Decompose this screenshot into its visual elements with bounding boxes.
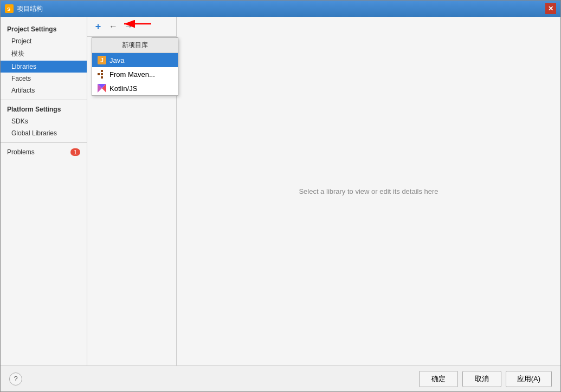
add-icon: + xyxy=(95,21,101,32)
forward-icon: → xyxy=(124,22,133,31)
sidebar-item-project[interactable]: Project xyxy=(1,35,87,47)
sidebar-divider xyxy=(1,100,87,100)
right-placeholder-text: Select a library to view or edit its det… xyxy=(299,187,438,195)
title-bar: S 项目结构 ✕ xyxy=(1,1,560,17)
problems-label: Problems xyxy=(7,148,35,156)
dropdown-item-maven[interactable]: From Maven... xyxy=(92,67,178,81)
right-panel-placeholder: Select a library to view or edit its det… xyxy=(177,17,560,365)
platform-settings-heading: Platform Settings xyxy=(1,103,87,115)
cancel-button[interactable]: 取消 xyxy=(462,371,501,387)
left-panel: + ← → 没有要显示的内容 新项目库 xyxy=(87,17,177,365)
close-button[interactable]: ✕ xyxy=(545,3,556,14)
sidebar-item-global-libraries[interactable]: Global Libraries xyxy=(1,127,87,139)
java-icon: J xyxy=(98,56,106,64)
dropdown-maven-label: From Maven... xyxy=(109,70,155,79)
add-library-button[interactable]: + xyxy=(92,20,105,33)
svg-rect-3 xyxy=(101,70,103,72)
svg-rect-5 xyxy=(101,76,103,79)
sidebar-item-sdks[interactable]: SDKs xyxy=(1,115,87,127)
right-panel: Select a library to view or edit its det… xyxy=(177,17,560,365)
dropdown-item-java[interactable]: J Java xyxy=(92,53,178,67)
sidebar-item-libraries[interactable]: Libraries xyxy=(1,61,87,73)
sidebar-item-artifacts[interactable]: Artifacts xyxy=(1,84,87,96)
app-icon: S xyxy=(5,4,14,13)
main-body: Project Settings Project 模块 Libraries Fa… xyxy=(1,17,560,365)
window-title: 项目结构 xyxy=(17,4,43,14)
svg-rect-2 xyxy=(98,73,100,75)
main-window: S 项目结构 ✕ Project Settings Project 模块 Lib… xyxy=(0,0,561,392)
project-settings-heading: Project Settings xyxy=(1,23,87,35)
dropdown-menu: 新项目库 J Java xyxy=(92,37,178,96)
nav-forward-button[interactable]: → xyxy=(122,20,135,33)
sidebar: Project Settings Project 模块 Libraries Fa… xyxy=(1,17,87,365)
dropdown-item-kotlin[interactable]: Kotlin/JS xyxy=(92,81,178,95)
svg-rect-4 xyxy=(101,73,103,75)
kotlin-icon xyxy=(98,84,106,93)
help-button[interactable]: ? xyxy=(9,373,22,386)
content-area: Project Settings Project 模块 Libraries Fa… xyxy=(1,17,560,391)
sidebar-item-problems[interactable]: Problems 1 xyxy=(1,146,87,158)
sidebar-item-modules[interactable]: 模块 xyxy=(1,47,87,61)
problems-badge: 1 xyxy=(70,148,80,156)
nav-back-button[interactable]: ← xyxy=(107,20,120,33)
panel-wrapper: + ← → 没有要显示的内容 新项目库 xyxy=(87,17,560,365)
title-bar-left: S 项目结构 xyxy=(5,4,43,14)
sidebar-item-facets[interactable]: Facets xyxy=(1,73,87,84)
confirm-button[interactable]: 确定 xyxy=(419,371,458,387)
sidebar-divider-2 xyxy=(1,142,87,143)
help-icon: ? xyxy=(14,375,17,383)
bottom-bar: ? 确定 取消 应用(A) xyxy=(1,365,560,391)
maven-icon xyxy=(98,70,106,79)
apply-button[interactable]: 应用(A) xyxy=(506,371,552,387)
dropdown-header: 新项目库 xyxy=(92,38,178,53)
left-toolbar: + ← → xyxy=(87,17,176,37)
dropdown-java-label: Java xyxy=(109,56,124,64)
svg-text:S: S xyxy=(7,6,10,12)
dropdown-kotlin-label: Kotlin/JS xyxy=(109,84,137,93)
back-icon: ← xyxy=(109,22,118,31)
